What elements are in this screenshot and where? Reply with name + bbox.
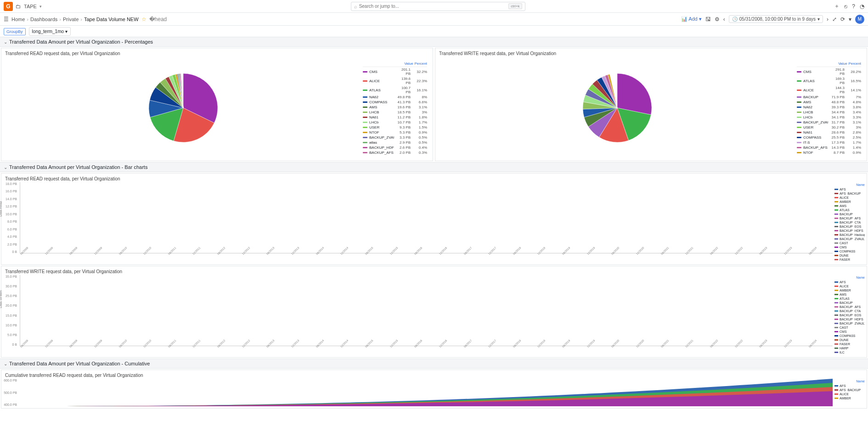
legend-row[interactable]: NA6249.8 PB8% xyxy=(363,95,427,100)
legend-row[interactable]: ALICE xyxy=(834,392,865,396)
legend-row[interactable]: BACKUP_AFS xyxy=(834,216,865,220)
legend-row[interactable]: LHCB18.5 PB3% xyxy=(363,110,427,115)
legend-row[interactable]: ATLAS100.7 PB16.1% xyxy=(363,85,427,95)
legend-row[interactable]: CMS201.1 PB32.2% xyxy=(363,67,427,76)
legend-row[interactable]: BACKUP xyxy=(834,212,865,216)
folder-icon[interactable]: 🗀 xyxy=(16,3,21,10)
legend-row[interactable]: BACKUP_AFS xyxy=(834,305,865,309)
legend-row[interactable]: BACKUP_EOS xyxy=(834,224,865,229)
legend-row[interactable]: ATLAS xyxy=(834,297,865,301)
search-input[interactable] xyxy=(359,4,509,9)
pie-chart-read[interactable] xyxy=(7,61,359,155)
refresh-dropdown-icon[interactable]: ▾ xyxy=(849,16,851,22)
legend-row[interactable]: AFS xyxy=(834,384,865,388)
search-box[interactable]: ⌕ ctrl+k xyxy=(351,2,525,11)
grafana-logo-icon[interactable]: G xyxy=(4,2,13,11)
legend-row[interactable]: BACKUP_CTA xyxy=(834,309,865,313)
legend-row[interactable]: COMPASS41.3 PB6.6% xyxy=(363,100,427,105)
legend-row[interactable]: AFS xyxy=(834,280,865,284)
legend-row[interactable]: DUNE xyxy=(834,253,865,258)
legend-row[interactable]: FASER xyxy=(834,342,865,346)
legend-row[interactable]: AFS xyxy=(834,187,865,191)
filter-select[interactable]: long_term_1mo ▾ xyxy=(29,27,71,36)
bc-dashboards[interactable]: Dashboards xyxy=(30,17,57,22)
legend-row[interactable]: ATLAS xyxy=(834,208,865,212)
legend-row[interactable]: FASER xyxy=(834,258,865,262)
legend-row[interactable]: BACKUP_HDFS xyxy=(834,229,865,233)
legend-row[interactable]: CMS291.8 PB28.2% xyxy=(797,67,861,76)
bc-home[interactable]: Home xyxy=(11,17,25,22)
legend-row[interactable]: ALICE xyxy=(834,284,865,288)
legend-row[interactable]: LHCb10.7 PB1.7% xyxy=(363,120,427,125)
legend-row[interactable]: COMPASS xyxy=(834,249,865,253)
legend-row[interactable]: BACKUP_ZVAULT3.3 PB0.5% xyxy=(363,135,427,140)
legend-row[interactable]: BACKUP71.9 PB7% xyxy=(797,95,861,100)
legend-row[interactable]: BACKUP_ZVAULT xyxy=(834,237,865,241)
legend-row[interactable]: USER30.2 PB3% xyxy=(797,125,861,130)
legend-row[interactable]: AFS_BACKUP xyxy=(834,388,865,392)
legend-row[interactable]: USER9.3 PB1.5% xyxy=(363,125,427,130)
legend-row[interactable]: IT-S17.3 PB1.7% xyxy=(797,140,861,145)
legend-row[interactable]: AMS48.8 PB4.8% xyxy=(797,100,861,105)
legend-row[interactable]: ALICE xyxy=(834,196,865,200)
chevron-left-icon[interactable]: ‹ xyxy=(723,16,725,22)
legend-row[interactable]: ILC xyxy=(834,350,865,354)
legend-row[interactable]: BACKUP_ZVAULT xyxy=(834,321,865,325)
legend-row[interactable]: AMBER xyxy=(834,396,865,400)
save-icon[interactable]: 🖫 xyxy=(705,16,711,22)
legend-row[interactable]: NTOF8.7 PB0.9% xyxy=(797,150,861,155)
user-avatar[interactable]: M xyxy=(855,15,864,24)
section-header-cum[interactable]: ⌄ Transferred Data Amount per Virtual Or… xyxy=(0,359,868,369)
signin-icon[interactable]: ⎋ xyxy=(844,3,847,10)
legend-row[interactable]: LHCb34.1 PB3.3% xyxy=(797,115,861,120)
legend-row[interactable]: BACKUP_CTA xyxy=(834,220,865,224)
help-icon[interactable]: ? xyxy=(852,3,855,10)
legend-row[interactable]: CAST xyxy=(834,241,865,245)
legend-row[interactable]: AMS19.6 PB3.1% xyxy=(363,105,427,110)
legend-row[interactable]: CAST xyxy=(834,325,865,330)
legend-row[interactable]: BACKUP_AFS2.0 PB0.3% xyxy=(363,150,427,155)
legend-row[interactable]: ATLAS169.3 PB16.5% xyxy=(797,76,861,85)
section-header-bar[interactable]: ⌄ Transferred Data Amount per Virtual Or… xyxy=(0,162,868,172)
legend-row[interactable]: NA6239.3 PB3.8% xyxy=(797,105,861,110)
legend-row[interactable]: COMPASS xyxy=(834,334,865,338)
chevron-right-icon[interactable]: › xyxy=(827,16,829,22)
chevron-down-icon[interactable]: ▾ xyxy=(39,4,42,9)
legend-row[interactable]: CMS xyxy=(834,330,865,334)
gear-icon[interactable]: ⚙ xyxy=(715,16,720,22)
refresh-icon[interactable]: ⟳ xyxy=(840,16,845,22)
share-icon[interactable]: �head xyxy=(149,16,167,22)
star-icon[interactable]: ☆ xyxy=(141,16,147,22)
time-range-picker[interactable]: 🕓 05/31/2008, 10:00:00 PM to in 9 days ▾ xyxy=(729,15,823,23)
pie-chart-write[interactable] xyxy=(441,61,793,155)
legend-row[interactable]: BACKUP xyxy=(834,301,865,305)
news-icon[interactable]: ◔ xyxy=(860,3,864,10)
legend-row[interactable]: AMS xyxy=(834,292,865,297)
section-header-pct[interactable]: ⌄ Transferred Data Amount per Virtual Or… xyxy=(0,37,868,47)
bar-chart-write[interactable]: Data Written 35.0 PB30.0 PB25.0 PB20.0 P… xyxy=(3,275,833,355)
legend-row[interactable]: BACKUP_AFS14.3 PB1.4% xyxy=(797,145,861,150)
plus-icon[interactable]: ＋ xyxy=(834,2,840,10)
legend-row[interactable]: COMPASS25.5 PB2.5% xyxy=(797,135,861,140)
legend-row[interactable]: ALICE144.3 PB14.1% xyxy=(797,85,861,95)
legend-row[interactable]: BACKUP_HDFS2.6 PB0.4% xyxy=(363,145,427,150)
legend-row[interactable]: BACKUP_ZVAULT31.7 PB3.1% xyxy=(797,120,861,125)
legend-row[interactable]: atlas2.9 PB0.5% xyxy=(363,140,427,145)
bc-private[interactable]: Private xyxy=(63,17,79,22)
legend-row[interactable]: DUNE xyxy=(834,338,865,342)
legend-row[interactable]: CMS xyxy=(834,245,865,249)
legend-row[interactable]: AMBER xyxy=(834,200,865,204)
zoom-out-icon[interactable]: ⤢ xyxy=(832,16,837,22)
cum-chart-read[interactable]: 600.0 PB500.0 PB400.0 PB xyxy=(3,379,833,406)
legend-row[interactable]: BACKUP_Hadoop xyxy=(834,233,865,237)
legend-row[interactable]: LHCB34.4 PB3.4% xyxy=(797,110,861,115)
bar-chart-read[interactable]: Data Read 18.0 PB16.0 PB14.0 PB12.0 PB10… xyxy=(3,182,833,263)
legend-row[interactable]: BACKUP_HDFS xyxy=(834,317,865,321)
legend-row[interactable]: NA6111.2 PB1.8% xyxy=(363,115,427,120)
legend-row[interactable]: BACKUP_EOS xyxy=(834,313,865,317)
menu-toggle-icon[interactable]: ☰ xyxy=(4,16,9,22)
add-button[interactable]: 📊 Add ▾ xyxy=(681,16,702,22)
legend-row[interactable]: AMS xyxy=(834,204,865,208)
legend-row[interactable]: AMBER xyxy=(834,288,865,292)
legend-row[interactable]: HARP xyxy=(834,346,865,350)
